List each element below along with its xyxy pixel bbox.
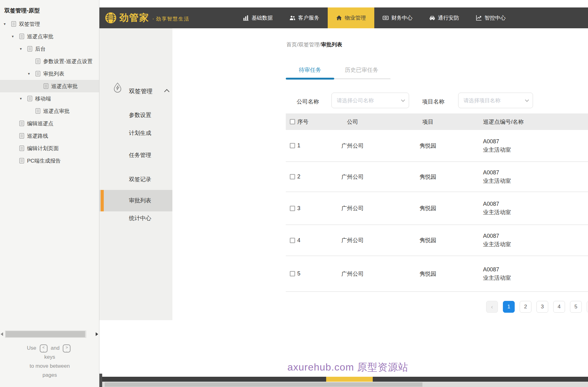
tree-item-label: 编辑巡逻点 [27,120,53,127]
expand-arrow-icon[interactable]: ▾ [3,22,11,26]
point-cell: A0087业主活动室 [467,265,584,282]
page-icon [11,21,16,27]
page-icon [35,71,41,76]
index-cell: 1 [286,142,317,149]
expand-arrow-icon[interactable]: ▾ [19,47,27,51]
bar-chart-icon [243,15,249,21]
page-tree-panel: 双签管理-原型 ▾双签管理▾巡逻点审批▾后台参数设置-巡逻点设置▾审批列表巡逻点… [0,0,99,387]
side-menu-title: 双签管理 [129,87,153,95]
hint-prefix: Use [27,345,36,351]
sidebar-horizontal-scrollbar[interactable] [5,330,86,338]
page-icon [19,158,25,164]
nav-item-物业管理[interactable]: 物业管理 [328,7,374,28]
page-button-1[interactable]: 1 [503,301,515,313]
scroll-right-arrow-icon[interactable] [96,332,98,336]
created-cell: 2022-09-02 12：00:00 [584,270,588,278]
header-cell-project: 项目 [388,118,467,126]
side-menu-item-计划生成[interactable]: 计划生成 [99,127,172,139]
main-scrollbar-thumb[interactable] [105,382,422,387]
tree-item[interactable]: ▾巡逻点审批 [0,30,99,43]
tree-item[interactable]: 巡逻点审批 [0,80,99,92]
nav-item-label: 物业管理 [345,14,366,21]
company-cell: 广州公司 [317,142,388,150]
tree-item[interactable]: 巡逻路线 [0,130,99,142]
table-row: 5广州公司隽悦园A0087业主活动室2022-09-02 12：00:00 [286,256,588,292]
nav-item-客户服务[interactable]: 客户服务 [281,7,328,28]
main-horizontal-scrollbar[interactable] [99,382,588,387]
nav-item-通行安防[interactable]: 通行安防 [421,7,467,28]
row-checkbox[interactable] [290,271,295,276]
prev-page-button[interactable]: ‹ [486,301,498,313]
nav-item-财务中心[interactable]: 财务中心 [374,7,421,28]
page-button-4[interactable]: 4 [553,301,565,313]
tree-item[interactable]: ▾审批列表 [0,67,99,80]
header-cell-created: 创建时间 [584,118,588,126]
left-key-icon: <, [40,344,48,352]
sidebar-scrollbar-thumb[interactable] [6,331,85,337]
prototype-title: 双签管理-原型 [0,0,99,18]
select-all-checkbox[interactable] [290,119,295,124]
page-button-3[interactable]: 3 [536,301,548,313]
tree-item[interactable]: ▾双签管理 [0,18,99,30]
nav-item-智控中心[interactable]: 智控中心 [467,7,514,28]
page-button-6[interactable]: 6 [587,301,588,313]
keyboard-hint: Use <, and >. keys to move between pages [0,343,99,380]
expand-arrow-icon[interactable]: ▾ [27,71,35,76]
company-select[interactable]: 请选择公司名称 [331,93,409,108]
point-cell: A0087业主活动室 [467,232,584,249]
row-checkbox[interactable] [290,174,295,179]
breadcrumb: 首页/双签管理/审批列表 [286,41,342,48]
page-icon [19,121,25,126]
tree-item-label: 巡逻点审批 [51,83,78,90]
chevron-down-icon [525,98,529,102]
company-select-placeholder: 请选择公司名称 [337,97,402,104]
hint-line-4: pages [0,371,99,380]
point-name: 业主活动室 [483,274,584,282]
scroll-left-arrow-icon[interactable] [1,332,3,336]
tree-item[interactable]: ▾移动端 [0,92,99,105]
tree-item-label: 双签管理 [19,21,40,28]
tree-item[interactable]: ▾后台 [0,43,99,55]
point-name: 业主活动室 [483,208,584,217]
side-menu-header[interactable]: 双签管理 [99,82,172,102]
tree-item[interactable]: PC端生成报告 [0,154,99,167]
point-name: 业主活动室 [483,177,584,185]
tree-item[interactable]: 编辑巡逻点 [0,117,99,130]
row-checkbox[interactable] [290,143,295,148]
expand-arrow-icon[interactable]: ▾ [19,96,27,101]
page-icon [19,145,25,151]
row-index: 3 [297,205,300,212]
nav-item-基础数据[interactable]: 基础数据 [235,7,281,28]
page-icon [27,46,33,52]
created-cell: 2022-09-02 12：00:00 [584,173,588,181]
side-menu-item-任务管理[interactable]: 任务管理 [99,149,172,161]
tab-pending-tasks[interactable]: 待审任务 [286,66,334,77]
expand-arrow-icon[interactable]: ▾ [11,34,19,39]
tree-item[interactable]: 编辑计划页面 [0,142,99,154]
row-checkbox[interactable] [290,238,295,243]
side-menu-item-参数设置[interactable]: 参数设置 [99,109,172,121]
tab-history-tasks[interactable]: 历史已审任务 [339,66,384,77]
project-select[interactable]: 请选择项目名称 [458,93,533,108]
row-index: 2 [297,173,300,180]
page-button-2[interactable]: 2 [520,301,531,313]
index-cell: 2 [286,173,317,180]
page-button-5[interactable]: 5 [570,301,582,313]
tree-item-label: 巡逻点审批 [43,108,70,115]
tree-item[interactable]: 巡逻点审批 [0,105,99,117]
car-icon [429,15,435,21]
side-menu-item-审批列表[interactable]: 审批列表 [99,190,172,211]
right-key-icon: >. [63,344,71,352]
users-icon [289,15,295,21]
page-icon [35,108,41,114]
collapse-chevron-icon[interactable] [164,89,170,94]
tree-item-label: 编辑计划页面 [27,145,59,152]
side-menu-item-双签记录[interactable]: 双签记录 [99,173,172,186]
screenshot-root: 双签管理-原型 ▾双签管理▾巡逻点审批▾后台参数设置-巡逻点设置▾审批列表巡逻点… [0,0,588,387]
side-menu-item-统计中心[interactable]: 统计中心 [99,212,172,224]
row-checkbox[interactable] [290,206,295,211]
breadcrumb-path[interactable]: 首页/双签管理/ [286,42,321,48]
project-cell: 隽悦园 [388,237,467,244]
table-row: 3广州公司隽悦园A0087业主活动室2022-09-02 12：00:00 [286,192,588,225]
tree-item[interactable]: 参数设置-巡逻点设置 [0,55,99,67]
